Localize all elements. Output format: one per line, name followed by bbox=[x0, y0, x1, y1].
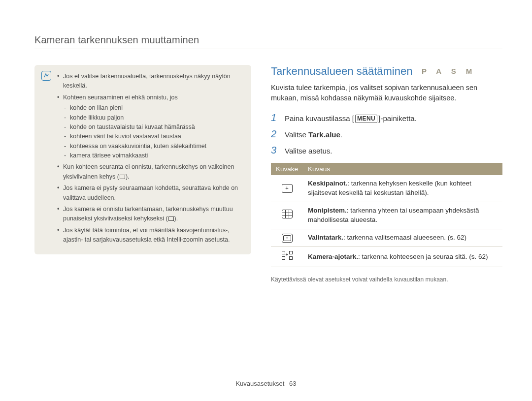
note-item: Jos kamera ei pysty seuraamaan kohdetta,… bbox=[57, 184, 242, 203]
table-row: +Valintatark.: tarkenna valitsemaasi alu… bbox=[271, 229, 502, 247]
note-subitem: kamera tärisee voimakkaasti bbox=[63, 151, 242, 160]
step-text: Valitse Tark.alue. bbox=[285, 130, 342, 139]
page-footer: Kuvausasetukset 63 bbox=[0, 380, 532, 387]
note-item: Jos et valitse tarkennusaluetta, tarkenn… bbox=[57, 72, 242, 91]
steps-list: 1Paina kuvaustilassa [MENU]-painiketta.2… bbox=[271, 112, 502, 156]
note-item: Jos kamera ei onnistu tarkentamaan, tark… bbox=[57, 205, 242, 224]
frame-icon bbox=[120, 175, 125, 179]
row-desc-cell: Keskipainot.: tarkenna kehyksen keskelle… bbox=[303, 175, 502, 202]
row-desc-cell: Monipistem.: tarkenna yhteen tai useampa… bbox=[303, 202, 502, 229]
page-title: Kameran tarkennuksen muuttaminen bbox=[34, 34, 502, 46]
row-icon-cell: + bbox=[271, 175, 303, 202]
table-row: +Keskipainot.: tarkenna kehyksen keskell… bbox=[271, 175, 502, 202]
note-item: Jos käytät tätä toimintoa, et voi määrit… bbox=[57, 226, 242, 245]
row-icon-cell: + bbox=[271, 247, 303, 267]
table-footnote: Käytettävissä olevat asetukset voivat va… bbox=[271, 276, 502, 283]
menu-button-label: MENU bbox=[355, 115, 377, 123]
focus-area-table: Kuvake Kuvaus +Keskipainot.: tarkenna ke… bbox=[271, 163, 502, 267]
table-header-icon: Kuvake bbox=[271, 163, 303, 175]
note-subitem: kohteen värit tai kuviot vastaavat taust… bbox=[63, 132, 242, 141]
note-item: Kun kohteen seuranta ei onnistu, tarkenn… bbox=[57, 162, 242, 182]
step-number: 3 bbox=[271, 145, 279, 156]
step: 1Paina kuvaustilassa [MENU]-painiketta. bbox=[271, 112, 502, 123]
row-desc-cell: Valintatark.: tarkenna valitsemaasi alue… bbox=[303, 229, 502, 247]
step-text: Paina kuvaustilassa [MENU]-painiketta. bbox=[285, 114, 417, 123]
note-subitem: kohteessa on vaakakuviointia, kuten säle… bbox=[63, 142, 242, 151]
step: 3Valitse asetus. bbox=[271, 145, 502, 156]
info-note-box: Jos et valitse tarkennusaluetta, tarkenn… bbox=[34, 65, 251, 254]
multi-point-icon bbox=[282, 210, 293, 218]
info-icon bbox=[41, 71, 51, 81]
step: 2Valitse Tark.alue. bbox=[271, 128, 502, 140]
row-icon-cell bbox=[271, 202, 303, 229]
table-header-desc: Kuvaus bbox=[303, 163, 502, 175]
note-subitem: kohde liikkuu paljon bbox=[63, 113, 242, 123]
note-item: Kohteen seuraaminen ei ehkä onnistu, jos… bbox=[57, 93, 242, 161]
row-icon-cell: + bbox=[271, 229, 303, 247]
table-row: +Kamera-ajotark.: tarkenna kohteeseen ja… bbox=[271, 247, 502, 267]
title-underline bbox=[34, 49, 502, 49]
selection-af-icon: + bbox=[282, 234, 293, 243]
section-intro: Kuvista tulee tarkempia, jos valitset so… bbox=[271, 83, 502, 103]
mode-letters: P A S M bbox=[422, 67, 476, 75]
note-list: Jos et valitse tarkennusaluetta, tarkenn… bbox=[57, 72, 242, 245]
footer-label: Kuvausasetukset bbox=[235, 380, 284, 387]
section-title: Tarkennusalueen säätäminen bbox=[271, 65, 412, 78]
center-weighted-icon: + bbox=[282, 184, 293, 193]
step-number: 2 bbox=[271, 128, 279, 140]
frame-icon bbox=[168, 216, 174, 221]
step-number: 1 bbox=[271, 112, 279, 123]
table-row: Monipistem.: tarkenna yhteen tai useampa… bbox=[271, 202, 502, 229]
footer-page-number: 63 bbox=[289, 380, 296, 387]
tracking-af-icon: + bbox=[282, 251, 293, 260]
row-desc-cell: Kamera-ajotark.: tarkenna kohteeseen ja … bbox=[303, 247, 502, 267]
step-text: Valitse asetus. bbox=[285, 147, 332, 155]
note-subitem: kohde on taustavalaistu tai kuvaat hämär… bbox=[63, 123, 242, 132]
note-subitem: kohde on liian pieni bbox=[63, 103, 242, 113]
